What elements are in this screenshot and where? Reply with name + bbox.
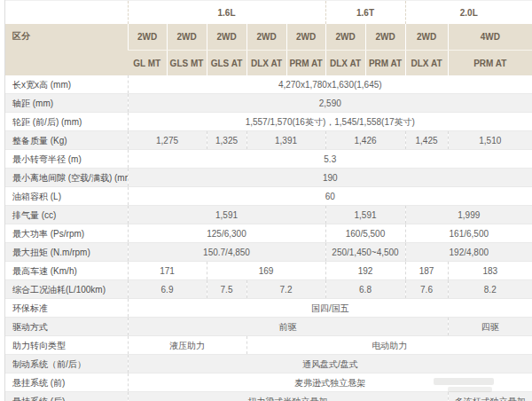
spec-value: 2,590 [128, 94, 532, 113]
spec-value: 7.2 [246, 280, 325, 299]
spec-value: 183 [448, 262, 532, 280]
row-label: 轴距 (mm) [5, 94, 128, 113]
spec-table: 1.6L 1.6T 2.0L 区分 2WD 2WD 2WD 2WD 2WD 2W… [5, 0, 532, 401]
engine-group-row: 1.6L 1.6T 2.0L [5, 1, 532, 25]
table-row: 助力转向类型 液压助力 电动助力 [5, 336, 532, 355]
trim-header: DLX AT [325, 51, 365, 76]
spec-value: 125/6,300 [128, 224, 325, 243]
row-label: 助力转向类型 [5, 336, 128, 355]
spec-value: 1,426 [325, 131, 405, 150]
spec-value: 1,591 [128, 206, 325, 224]
spec-value: 1,557/1,570(16英寸)，1,545/1,558(17英寸) [128, 113, 532, 131]
spec-value: 液压助力 [128, 336, 246, 355]
spec-value: 192/4,800 [405, 243, 532, 262]
drivetrain-header: 2WD [128, 24, 167, 51]
table-row: 排气量 (cc) 1,591 1,591 1,999 [5, 206, 532, 224]
row-label: 轮距 (前/后) (mm) [5, 113, 128, 131]
drivetrain-header: 2WD [167, 24, 207, 51]
spec-value: 麦弗逊式独立悬架 [128, 373, 532, 392]
engine-group-header: 2.0L [405, 1, 532, 25]
trim-header: DLX AT [246, 51, 286, 76]
spec-value: 8.2 [448, 280, 532, 299]
spec-value: 7.6 [405, 280, 448, 299]
spec-value: 187 [405, 262, 448, 280]
trim-header: GLS MT [167, 51, 207, 76]
spec-value: 国四/国五 [128, 299, 532, 318]
drivetrain-header: 2WD [207, 24, 246, 51]
spec-value: 4,270x1,780x1,630(1,645) [128, 75, 532, 94]
row-label: 制动系统（前/后） [5, 355, 128, 373]
spec-value: 1,999 [405, 206, 532, 224]
row-label: 最小转弯半径 (m) [5, 150, 128, 169]
spec-value: 1,425 [405, 131, 448, 150]
spec-value: 前驱 [128, 318, 448, 336]
spec-value: 161/6,500 [405, 224, 532, 243]
row-label: 油箱容积 (L) [5, 187, 128, 206]
spec-value: 四驱 [448, 318, 532, 336]
engine-group-header: 1.6L [128, 1, 325, 25]
row-label: 悬挂系统 (后) [5, 392, 128, 401]
trim-header: DLX AT [405, 51, 448, 76]
row-label: 悬挂系统 (前) [5, 373, 128, 392]
row-label: 综合工况油耗(L/100km) [5, 280, 128, 299]
table-row: 油箱容积 (L) 60 [5, 187, 532, 206]
spec-value: 通风盘式/盘式 [128, 355, 532, 373]
drivetrain-header: 2WD [286, 24, 325, 51]
table-row: 环保标准 国四/国五 [5, 299, 532, 318]
spec-value: 1,275 [128, 131, 207, 150]
table-row: 最小离地间隙 (空载/满载) (mm) 190 [5, 169, 532, 187]
spec-value: 150.7/4,850 [128, 243, 325, 262]
table-row: 最大功率 (Ps/rpm) 125/6,300 160/5,500 161/6,… [5, 224, 532, 243]
spec-value: 171 [128, 262, 207, 280]
drivetrain-header: 2WD [246, 24, 286, 51]
spec-value: 7.5 [207, 280, 246, 299]
row-label: 最大扭矩 (N.m/rpm) [5, 243, 128, 262]
spec-value: 1,591 [325, 206, 405, 224]
engine-group-header: 1.6T [325, 1, 405, 25]
drivetrain-row: 区分 2WD 2WD 2WD 2WD 2WD 2WD 2WD 2WD 4WD [5, 24, 532, 51]
table-row: 悬挂系统 (前) 麦弗逊式独立悬架 [5, 373, 532, 392]
trim-header: GL MT [128, 51, 167, 76]
table-row: 整备质量 (Kg) 1,275 1,325 1,391 1,426 1,425 … [5, 131, 532, 150]
table-row: 驱动方式 前驱 四驱 [5, 318, 532, 336]
drivetrain-header: 4WD [448, 24, 532, 51]
spec-value: 1,391 [246, 131, 325, 150]
row-label: 排气量 (cc) [5, 206, 128, 224]
trim-header: PRM AT [365, 51, 405, 76]
table-row: 悬挂系统 (后) 扭力梁式半独立悬架 多连杆式独立悬架 [5, 392, 532, 401]
table-row: 长x宽x高 (mm) 4,270x1,780x1,630(1,645) [5, 75, 532, 94]
row-label: 最高车速 (Km/h) [5, 262, 128, 280]
spec-value: 6.8 [325, 280, 405, 299]
spec-value: 1,510 [448, 131, 532, 150]
table-row: 综合工况油耗(L/100km) 6.9 7.5 7.2 6.8 7.6 8.2 [5, 280, 532, 299]
drivetrain-header: 2WD [405, 24, 448, 51]
spec-value: 190 [128, 169, 532, 187]
row-label: 驱动方式 [5, 318, 128, 336]
row-label: 整备质量 (Kg) [5, 131, 128, 150]
trim-header: GLS AT [207, 51, 246, 76]
table-row: 制动系统（前/后） 通风盘式/盘式 [5, 355, 532, 373]
corner-spacer [5, 1, 128, 25]
table-row: 最高车速 (Km/h) 171 169 192 187 183 [5, 262, 532, 280]
spec-value: 5.3 [128, 150, 532, 169]
table-row: 最大扭矩 (N.m/rpm) 150.7/4,850 250/1,450~4,5… [5, 243, 532, 262]
spec-value: 160/5,500 [325, 224, 405, 243]
trim-header: PRM AT [448, 51, 532, 76]
trim-header: PRM AT [286, 51, 325, 76]
spec-value: 169 [207, 262, 325, 280]
drivetrain-header: 2WD [365, 24, 405, 51]
row-label: 长x宽x高 (mm) [5, 75, 128, 94]
drivetrain-header: 2WD [325, 24, 365, 51]
row-label: 最大功率 (Ps/rpm) [5, 224, 128, 243]
row-label: 最小离地间隙 (空载/满载) (mm) [5, 169, 128, 187]
spec-value: 多连杆式独立悬架 [448, 392, 532, 401]
spec-value: 6.9 [128, 280, 207, 299]
spec-value: 扭力梁式半独立悬架 [128, 392, 448, 401]
table-row: 轮距 (前/后) (mm) 1,557/1,570(16英寸)，1,545/1,… [5, 113, 532, 131]
row-label: 环保标准 [5, 299, 128, 318]
spec-value: 250/1,450~4,500 [325, 243, 405, 262]
spec-value: 192 [325, 262, 405, 280]
table-row: 最小转弯半径 (m) 5.3 [5, 150, 532, 169]
spec-value: 60 [128, 187, 532, 206]
table-row: 轴距 (mm) 2,590 [5, 94, 532, 113]
